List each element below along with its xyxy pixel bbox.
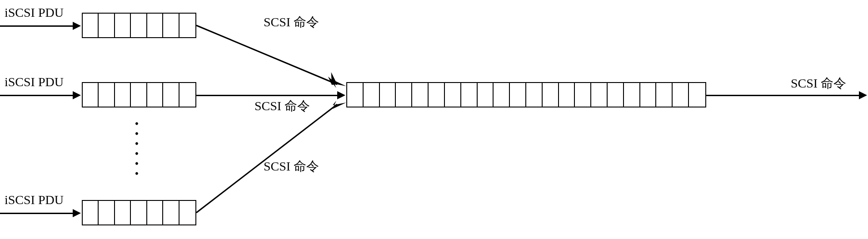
- queue-2: [82, 82, 196, 107]
- input-arrow-1-line: [0, 25, 73, 27]
- connector-3-head: [333, 95, 346, 109]
- output-label: SCSI 命令: [791, 75, 846, 92]
- input-arrow-2-line: [0, 95, 73, 96]
- queue-3: [82, 200, 196, 225]
- large-queue: [346, 82, 706, 107]
- connector-1: [196, 25, 346, 93]
- svg-marker-5: [333, 101, 346, 109]
- svg-marker-3: [333, 80, 346, 88]
- output-arrow-line: [706, 95, 859, 96]
- svg-line-0: [196, 25, 337, 84]
- input-arrow-1-head: [73, 22, 81, 30]
- input-arrow-3-head: [73, 209, 81, 217]
- input-arrow-3-line: [0, 213, 73, 214]
- input-arrow-2-head: [73, 91, 81, 99]
- connector-2-line: [196, 95, 337, 96]
- input-label-3: iSCSI PDU: [5, 193, 64, 207]
- connector-3: [196, 100, 346, 213]
- input-label-2: iSCSI PDU: [5, 75, 64, 89]
- input-label-1: iSCSI PDU: [5, 5, 64, 20]
- svg-line-4: [196, 104, 337, 213]
- ellipsis-dots: · · · · · ·: [135, 122, 139, 176]
- queue-1: [82, 13, 196, 38]
- output-arrow-head: [859, 91, 867, 99]
